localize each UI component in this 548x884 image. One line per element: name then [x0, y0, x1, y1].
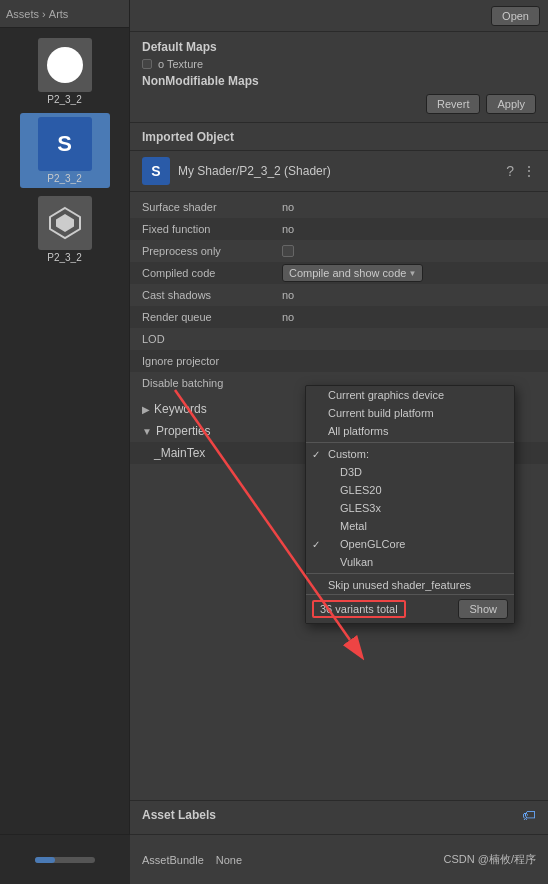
imported-object-label: Imported Object: [142, 130, 234, 144]
dropdown-item-label-2: All platforms: [328, 425, 389, 437]
shader-icon: S: [142, 157, 170, 185]
tag-icon: 🏷: [522, 807, 536, 823]
prop-row-cast: Cast shadows no: [130, 284, 548, 306]
progress-fill: [35, 857, 55, 863]
dropdown-item-label-4: D3D: [340, 466, 362, 478]
asset-labels-title: Asset Labels: [142, 808, 216, 822]
watermark-label: CSDN @楠攸/程序: [444, 852, 536, 867]
dropdown-item-vulkan[interactable]: Vulkan: [306, 553, 514, 571]
breadcrumb-arts[interactable]: Arts: [49, 8, 69, 20]
fixed-function-value: no: [282, 223, 294, 235]
default-maps-title: Default Maps: [142, 40, 536, 54]
shader-action-icons: ? ⋮: [506, 163, 536, 179]
nonmodifiable-title: NonModifiable Maps: [142, 74, 536, 88]
default-maps-section: Default Maps o Texture NonModifiable Map…: [130, 32, 548, 123]
dropdown-item-current-build[interactable]: Current build platform: [306, 404, 514, 422]
dropdown-item-label-0: Current graphics device: [328, 389, 444, 401]
render-queue-value: no: [282, 311, 294, 323]
asset-label-3: P2_3_2: [47, 252, 81, 263]
preprocess-label: Preprocess only: [142, 245, 282, 257]
dropdown-item-all-platforms[interactable]: All platforms: [306, 422, 514, 440]
dropdown-item-label-3: Custom:: [328, 448, 369, 460]
asset-bundle-label: AssetBundle: [142, 854, 204, 866]
progress-bar: [35, 857, 95, 863]
sidebar: Assets › Arts P2_3_2 S P2_3_2: [0, 0, 130, 884]
disable-batching-label: Disable batching: [142, 377, 282, 389]
prop-row-preprocess: Preprocess only: [130, 240, 548, 262]
dropdown-arrow-icon: ▼: [408, 269, 416, 278]
dropdown-menu: Current graphics device Current build pl…: [305, 385, 515, 624]
dropdown-item-skip[interactable]: Skip unused shader_features: [306, 576, 514, 594]
help-icon[interactable]: ?: [506, 163, 514, 179]
prop-row-fixed: Fixed function no: [130, 218, 548, 240]
dropdown-item-d3d[interactable]: D3D: [306, 463, 514, 481]
white-circle-icon: [45, 45, 85, 85]
imported-object-bar: Imported Object: [130, 123, 548, 151]
dropdown-item-label-7: Metal: [340, 520, 367, 532]
shader-name: My Shader/P2_3_2 (Shader): [178, 164, 498, 178]
shader-s-letter: S: [57, 131, 72, 157]
breadcrumb: Assets › Arts: [0, 0, 129, 28]
preprocess-checkbox[interactable]: [282, 245, 294, 257]
prop-row-compiled: Compiled code Current graphics device Co…: [130, 262, 548, 284]
asset-icon-2: S: [38, 117, 92, 171]
dropdown-item-label-9: Vulkan: [340, 556, 373, 568]
main-tex-label: _MainTex: [154, 446, 205, 460]
dropdown-label-text: Compile and show code: [289, 267, 406, 279]
bottom-bar: AssetBundle None CSDN @楠攸/程序: [130, 834, 548, 884]
svg-point-0: [47, 47, 83, 83]
top-bar: Open: [130, 0, 548, 32]
prop-row-surface: Surface shader no: [130, 196, 548, 218]
dropdown-item-metal[interactable]: Metal: [306, 517, 514, 535]
asset-icon-3: [38, 196, 92, 250]
prop-row-render-queue: Render queue no: [130, 306, 548, 328]
variants-count: 36 variants total: [312, 600, 406, 618]
skip-unused-label: Skip unused shader_features: [328, 579, 471, 591]
compiled-code-label: Compiled code: [142, 267, 282, 279]
action-row: Revert Apply: [142, 94, 536, 114]
revert-button[interactable]: Revert: [426, 94, 480, 114]
lod-label: LOD: [142, 333, 282, 345]
asset-bundle-value: None: [216, 854, 242, 866]
dropdown-item-current-graphics[interactable]: Current graphics device: [306, 386, 514, 404]
compiled-code-dropdown[interactable]: Current graphics device Compile and show…: [282, 264, 423, 282]
dropdown-item-gles3x[interactable]: GLES3x: [306, 499, 514, 517]
open-button[interactable]: Open: [491, 6, 540, 26]
dropdown-item-label-1: Current build platform: [328, 407, 434, 419]
texture-label: o Texture: [158, 58, 203, 70]
breadcrumb-assets[interactable]: Assets: [6, 8, 39, 20]
sidebar-item-3[interactable]: P2_3_2: [20, 192, 110, 267]
sidebar-item-1[interactable]: P2_3_2: [20, 34, 110, 109]
properties-table: Surface shader no Fixed function no Prep…: [130, 192, 548, 398]
prop-row-lod: LOD: [130, 328, 548, 350]
dropdown-footer: 36 variants total Show: [306, 594, 514, 623]
properties-section-label: Properties: [156, 424, 211, 438]
sidebar-items: P2_3_2 S P2_3_2 P2_3_2: [0, 28, 129, 267]
asset-labels-section: Asset Labels 🏷: [130, 800, 548, 829]
shader-header: S My Shader/P2_3_2 (Shader) ? ⋮: [130, 151, 548, 192]
dropdown-item-label-6: GLES3x: [340, 502, 381, 514]
breadcrumb-separator: ›: [39, 8, 49, 20]
apply-button[interactable]: Apply: [486, 94, 536, 114]
svg-marker-2: [56, 214, 74, 232]
asset-icon-1: [38, 38, 92, 92]
ignore-projector-label: Ignore projector: [142, 355, 282, 367]
shader-icon-letter: S: [151, 163, 160, 179]
show-button[interactable]: Show: [458, 599, 508, 619]
keywords-arrow-icon: ▶: [142, 404, 150, 415]
more-icon[interactable]: ⋮: [522, 163, 536, 179]
texture-checkbox[interactable]: [142, 59, 152, 69]
cast-shadows-value: no: [282, 289, 294, 301]
fixed-function-label: Fixed function: [142, 223, 282, 235]
asset-label-1: P2_3_2: [47, 94, 81, 105]
dropdown-item-gles20[interactable]: GLES20: [306, 481, 514, 499]
dropdown-item-label-8: OpenGLCore: [340, 538, 405, 550]
dropdown-item-custom[interactable]: Custom:: [306, 445, 514, 463]
dropdown-divider-1: [306, 442, 514, 443]
sidebar-item-2[interactable]: S P2_3_2: [20, 113, 110, 188]
asset-label-2: P2_3_2: [47, 173, 81, 184]
unity-logo-icon: [47, 205, 83, 241]
prop-row-ignore-projector: Ignore projector: [130, 350, 548, 372]
dropdown-item-label-5: GLES20: [340, 484, 382, 496]
dropdown-item-openglcore[interactable]: OpenGLCore: [306, 535, 514, 553]
